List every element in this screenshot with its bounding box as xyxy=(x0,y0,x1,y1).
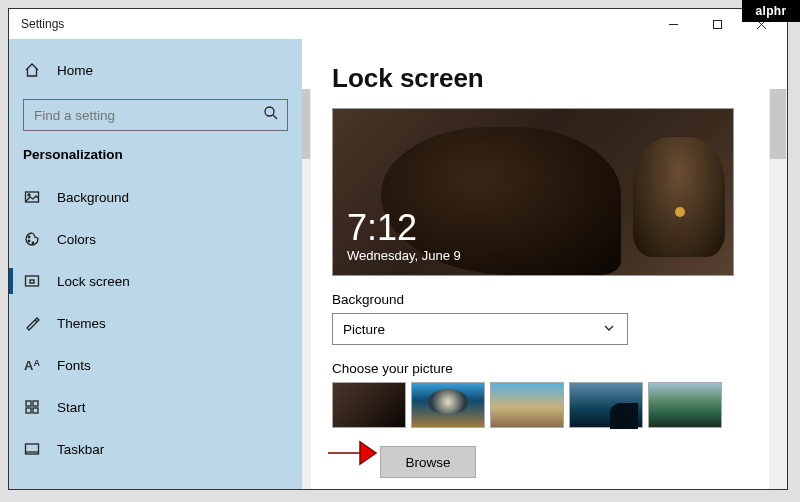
sidebar-item-label: Colors xyxy=(57,232,96,247)
lock-screen-preview: 7:12 Wednesday, June 9 xyxy=(332,108,734,276)
annotation-arrow-icon xyxy=(326,436,378,470)
sidebar-item-label: Fonts xyxy=(57,358,91,373)
svg-line-5 xyxy=(273,115,277,119)
sidebar-item-background[interactable]: Background xyxy=(9,176,302,218)
settings-window: Settings Home P xyxy=(8,8,788,490)
nav-home[interactable]: Home xyxy=(9,49,302,91)
preview-image-content xyxy=(633,137,725,257)
svg-point-10 xyxy=(32,242,34,244)
picture-thumb-4[interactable] xyxy=(648,382,722,428)
picture-thumb-0[interactable] xyxy=(332,382,406,428)
svg-rect-14 xyxy=(33,401,38,406)
themes-icon xyxy=(23,315,41,331)
scrollbar-divider[interactable] xyxy=(302,89,311,489)
search-field[interactable] xyxy=(34,108,254,123)
sidebar: Home Personalization Background xyxy=(9,39,302,489)
svg-point-4 xyxy=(265,107,274,116)
preview-clock: 7:12 Wednesday, June 9 xyxy=(347,210,461,263)
lock-screen-icon xyxy=(23,273,41,289)
svg-rect-16 xyxy=(33,408,38,413)
svg-point-9 xyxy=(28,240,30,242)
sidebar-item-label: Start xyxy=(57,400,86,415)
sidebar-item-taskbar[interactable]: Taskbar xyxy=(9,428,302,470)
browse-button[interactable]: Browse xyxy=(380,446,476,478)
background-select-value: Picture xyxy=(343,322,385,337)
taskbar-icon xyxy=(23,441,41,457)
svg-rect-1 xyxy=(713,20,721,28)
fonts-icon: AA xyxy=(23,358,41,373)
choose-picture-label: Choose your picture xyxy=(332,361,763,376)
svg-point-7 xyxy=(28,194,30,196)
svg-point-8 xyxy=(28,236,30,238)
sidebar-item-fonts[interactable]: AA Fonts xyxy=(9,344,302,386)
sidebar-item-label: Lock screen xyxy=(57,274,130,289)
sidebar-item-label: Themes xyxy=(57,316,106,331)
search-icon xyxy=(263,105,279,125)
titlebar: Settings xyxy=(9,9,787,39)
picture-thumb-1[interactable] xyxy=(411,382,485,428)
preview-image-content xyxy=(675,207,685,217)
scrollbar-main[interactable] xyxy=(769,89,787,489)
svg-rect-11 xyxy=(26,276,39,286)
sidebar-item-colors[interactable]: Colors xyxy=(9,218,302,260)
minimize-button[interactable] xyxy=(651,10,695,38)
home-icon xyxy=(23,62,41,78)
picture-thumb-3[interactable] xyxy=(569,382,643,428)
chevron-down-icon xyxy=(601,320,617,339)
window-title: Settings xyxy=(21,17,64,31)
picture-thumb-2[interactable] xyxy=(490,382,564,428)
picture-icon xyxy=(23,189,41,205)
svg-rect-12 xyxy=(30,280,34,283)
picture-thumbnails xyxy=(332,382,763,428)
brand-logo: alphr xyxy=(742,0,800,22)
page-title: Lock screen xyxy=(332,63,763,94)
sidebar-item-themes[interactable]: Themes xyxy=(9,302,302,344)
svg-rect-13 xyxy=(26,401,31,406)
sidebar-item-lock-screen[interactable]: Lock screen xyxy=(9,260,302,302)
sidebar-item-start[interactable]: Start xyxy=(9,386,302,428)
background-label: Background xyxy=(332,292,763,307)
sidebar-item-label: Background xyxy=(57,190,129,205)
preview-time: 7:12 xyxy=(347,210,461,246)
sidebar-section-label: Personalization xyxy=(9,141,302,176)
browse-button-label: Browse xyxy=(405,455,450,470)
search-input[interactable] xyxy=(23,99,288,131)
background-select[interactable]: Picture xyxy=(332,313,628,345)
scroll-thumb[interactable] xyxy=(302,89,310,159)
main-content: Lock screen 7:12 Wednesday, June 9 Backg… xyxy=(302,39,787,489)
nav-home-label: Home xyxy=(57,63,93,78)
sidebar-item-label: Taskbar xyxy=(57,442,104,457)
svg-rect-15 xyxy=(26,408,31,413)
palette-icon xyxy=(23,231,41,247)
preview-date: Wednesday, June 9 xyxy=(347,248,461,263)
maximize-button[interactable] xyxy=(695,10,739,38)
scroll-thumb[interactable] xyxy=(770,89,786,159)
start-icon xyxy=(23,399,41,415)
